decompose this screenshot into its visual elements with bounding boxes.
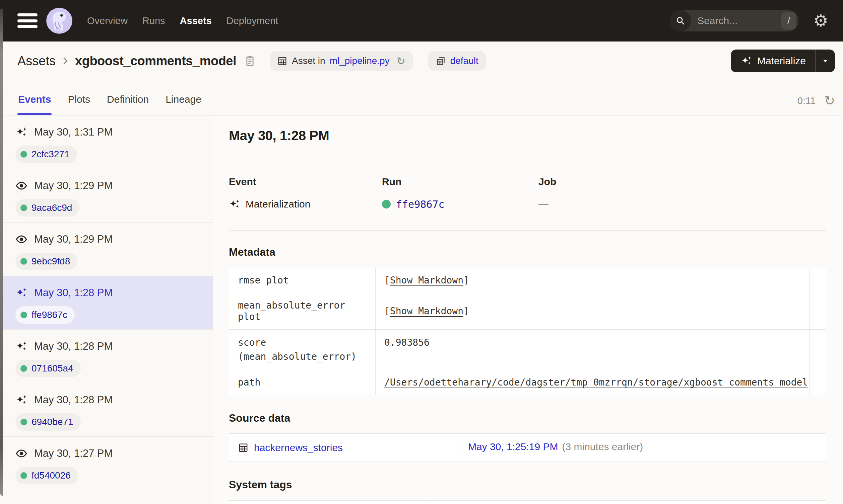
- nav-item-runs[interactable]: Runs: [142, 15, 165, 26]
- run-chip[interactable]: ffe9867c: [15, 306, 75, 324]
- table-row: score (mean_absolute_error) 0.983856: [229, 329, 826, 370]
- asset-table-icon: [277, 56, 288, 66]
- primary-nav: Overview Runs Assets Deployment: [87, 15, 278, 26]
- metadata-key: mean_absolute_error plot: [229, 293, 376, 329]
- tab-definition[interactable]: Definition: [106, 94, 150, 115]
- asset-table-icon: [238, 443, 248, 453]
- job-value: —: [538, 198, 549, 210]
- event-time: May 30, 1:28 PM: [34, 394, 113, 406]
- run-chip[interactable]: fd540026: [15, 467, 78, 484]
- source-time-note: (3 minutes earlier): [562, 441, 643, 452]
- run-id-link: 6940be71: [32, 417, 73, 427]
- show-markdown-link[interactable]: Show Markdown: [390, 306, 463, 317]
- metadata-heading: Metadata: [229, 245, 826, 259]
- source-timestamp-link[interactable]: May 30, 1:25:19 PM: [468, 441, 558, 452]
- nav-item-assets[interactable]: Assets: [180, 15, 212, 26]
- search-input[interactable]: [691, 15, 781, 27]
- run-status-dot: [20, 151, 27, 158]
- show-markdown-link[interactable]: Show Markdown: [390, 275, 463, 286]
- event-time: May 30, 1:29 PM: [34, 180, 113, 192]
- code-location-link[interactable]: ml_pipeline.py: [330, 56, 390, 66]
- materialize-sparkle-icon: [741, 55, 752, 67]
- run-id-link: 2cfc3271: [32, 149, 70, 160]
- event-summary: Event Materialization Run ffe9867c Job —: [229, 175, 826, 212]
- asset-group-badge[interactable]: default: [428, 51, 486, 71]
- table-row: hackernews_stories May 30, 1:25:19 PM(3 …: [229, 434, 826, 462]
- reload-location-icon[interactable]: ↻: [397, 56, 406, 66]
- table-row: rmse plot [Show Markdown]: [229, 268, 826, 293]
- run-chip[interactable]: 9aca6c9d: [15, 199, 80, 217]
- gear-icon[interactable]: ⚙: [813, 12, 828, 29]
- refresh-icon[interactable]: ↻: [824, 94, 835, 107]
- materialization-icon: [15, 394, 28, 406]
- event-list-item-6[interactable]: May 30, 1:27 PM fd540026: [0, 437, 213, 490]
- caret-down-icon: [821, 57, 830, 65]
- dagster-logo[interactable]: [46, 8, 72, 34]
- metadata-table: rmse plot [Show Markdown] mean_absolute_…: [229, 268, 826, 395]
- run-id-link: ffe9867c: [32, 309, 67, 320]
- run-chip[interactable]: 9ebc9fd8: [15, 253, 78, 270]
- event-list-item-5[interactable]: May 30, 1:28 PM 6940be71: [0, 383, 213, 437]
- divider: [229, 230, 826, 231]
- metadata-key: path: [229, 370, 376, 395]
- run-status-dot: [382, 200, 391, 209]
- run-status-dot: [20, 311, 27, 318]
- metadata-extra-cell: [809, 268, 826, 293]
- run-chip[interactable]: 2cfc3271: [15, 146, 77, 163]
- menu-icon[interactable]: [17, 13, 37, 28]
- nav-item-deployment[interactable]: Deployment: [226, 15, 278, 26]
- table-row: code_version ffe9867c-ec9c-4f06-939c-f8d…: [229, 500, 826, 504]
- asset-tabs: Events Plots Definition Lineage 0:11 ↻: [0, 80, 843, 115]
- refresh-countdown: 0:11: [797, 95, 815, 106]
- materialization-icon: [15, 287, 28, 299]
- materialization-icon: [229, 198, 240, 210]
- materialize-button[interactable]: Materialize: [731, 50, 815, 72]
- event-detail-panel: May 30, 1:28 PM Event Materialization Ru…: [213, 115, 843, 504]
- metadata-extra-cell: [809, 370, 826, 395]
- event-list-item-4[interactable]: May 30, 1:28 PM 071605a4: [0, 330, 213, 383]
- source-data-table: hackernews_stories May 30, 1:25:19 PM(3 …: [229, 433, 826, 462]
- event-list-item-1[interactable]: May 30, 1:29 PM 9aca6c9d: [0, 169, 213, 222]
- event-list-item-0[interactable]: May 30, 1:31 PM 2cfc3271: [0, 115, 213, 169]
- event-list-item-2[interactable]: May 30, 1:29 PM 9ebc9fd8: [0, 222, 213, 276]
- table-row: mean_absolute_error plot [Show Markdown]: [229, 293, 826, 329]
- nav-item-overview[interactable]: Overview: [87, 15, 128, 26]
- breadcrumb-assets[interactable]: Assets: [17, 54, 56, 68]
- copy-asset-name-icon[interactable]: [244, 55, 256, 67]
- system-tag-key: code_version: [229, 500, 430, 504]
- event-time: May 30, 1:31 PM: [34, 126, 113, 138]
- run-id-link[interactable]: ffe9867c: [396, 198, 445, 210]
- eye-icon: [15, 180, 28, 192]
- run-status-dot: [20, 365, 27, 372]
- global-search[interactable]: /: [670, 10, 798, 32]
- metadata-value: [Show Markdown]: [376, 293, 809, 329]
- system-tags-heading: System tags: [229, 478, 826, 491]
- page-title: xgboost_comments_model: [75, 54, 236, 68]
- tab-plots[interactable]: Plots: [67, 94, 91, 115]
- run-status-dot: [20, 204, 27, 211]
- tab-events[interactable]: Events: [17, 94, 52, 115]
- asset-header: Assets xgboost_comments_model Asset in m…: [0, 41, 843, 80]
- event-time: May 30, 1:27 PM: [34, 447, 113, 460]
- source-asset-link[interactable]: hackernews_stories: [254, 442, 343, 454]
- materialize-options-button[interactable]: [815, 50, 835, 72]
- tab-lineage[interactable]: Lineage: [165, 94, 202, 115]
- eye-icon: [15, 233, 28, 245]
- event-time: May 30, 1:28 PM: [34, 287, 113, 299]
- job-label: Job: [538, 175, 826, 188]
- run-id-link: 9aca6c9d: [32, 202, 72, 213]
- event-list-item-3-selected[interactable]: May 30, 1:28 PM ffe9867c: [0, 276, 213, 330]
- run-chip[interactable]: 6940be71: [15, 413, 81, 431]
- run-label: Run: [382, 175, 538, 188]
- materialize-label: Materialize: [757, 55, 806, 67]
- run-id-link: fd540026: [32, 470, 71, 481]
- metadata-extra-cell: [809, 293, 826, 329]
- asset-group-link[interactable]: default: [450, 56, 479, 66]
- run-status-dot: [20, 472, 27, 479]
- event-time: May 30, 1:29 PM: [34, 233, 113, 245]
- run-chip[interactable]: 071605a4: [15, 360, 81, 377]
- asset-location-badge[interactable]: Asset in ml_pipeline.py ↻: [270, 51, 413, 71]
- table-row: path /Users/odetteharary/code/dagster/tm…: [229, 370, 826, 395]
- asset-location-prefix: Asset in: [292, 56, 325, 66]
- path-link[interactable]: /Users/odetteharary/code/dagster/tmp_0mz…: [384, 377, 808, 388]
